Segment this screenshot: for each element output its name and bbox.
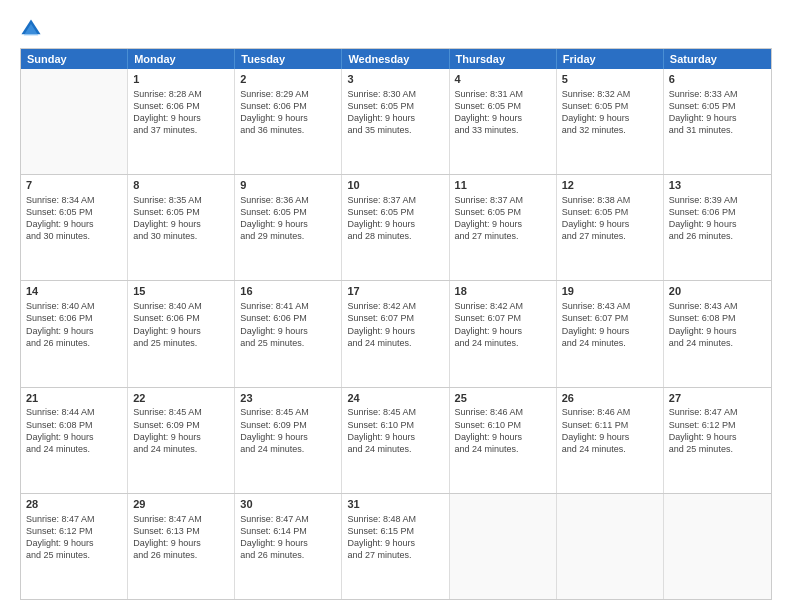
cell-line: and 26 minutes.: [240, 549, 336, 561]
cell-line: Sunrise: 8:39 AM: [669, 194, 766, 206]
calendar-week-1: 1Sunrise: 8:28 AMSunset: 6:06 PMDaylight…: [21, 69, 771, 174]
cell-line: Daylight: 9 hours: [240, 431, 336, 443]
cell-line: Sunrise: 8:37 AM: [455, 194, 551, 206]
cell-line: Sunrise: 8:43 AM: [669, 300, 766, 312]
calendar-cell: 14Sunrise: 8:40 AMSunset: 6:06 PMDayligh…: [21, 281, 128, 386]
cell-line: Sunset: 6:09 PM: [133, 419, 229, 431]
cell-line: Sunset: 6:13 PM: [133, 525, 229, 537]
cell-line: Daylight: 9 hours: [26, 431, 122, 443]
day-number: 19: [562, 284, 658, 299]
cell-line: Sunset: 6:10 PM: [347, 419, 443, 431]
day-number: 16: [240, 284, 336, 299]
cell-line: and 27 minutes.: [455, 230, 551, 242]
cell-line: Daylight: 9 hours: [455, 112, 551, 124]
cell-line: Daylight: 9 hours: [240, 112, 336, 124]
cell-line: Sunset: 6:05 PM: [347, 100, 443, 112]
cell-line: Sunset: 6:09 PM: [240, 419, 336, 431]
calendar-body: 1Sunrise: 8:28 AMSunset: 6:06 PMDaylight…: [21, 69, 771, 599]
cell-line: and 25 minutes.: [240, 337, 336, 349]
calendar-cell: 5Sunrise: 8:32 AMSunset: 6:05 PMDaylight…: [557, 69, 664, 174]
calendar-cell: 27Sunrise: 8:47 AMSunset: 6:12 PMDayligh…: [664, 388, 771, 493]
cell-line: Sunset: 6:15 PM: [347, 525, 443, 537]
day-number: 26: [562, 391, 658, 406]
cell-line: Daylight: 9 hours: [240, 325, 336, 337]
cell-line: Daylight: 9 hours: [26, 218, 122, 230]
cell-line: Sunset: 6:12 PM: [26, 525, 122, 537]
calendar-cell: 28Sunrise: 8:47 AMSunset: 6:12 PMDayligh…: [21, 494, 128, 599]
day-number: 8: [133, 178, 229, 193]
cell-line: and 24 minutes.: [669, 337, 766, 349]
calendar-week-2: 7Sunrise: 8:34 AMSunset: 6:05 PMDaylight…: [21, 174, 771, 280]
calendar-cell: 4Sunrise: 8:31 AMSunset: 6:05 PMDaylight…: [450, 69, 557, 174]
cell-line: Sunrise: 8:30 AM: [347, 88, 443, 100]
cell-line: Daylight: 9 hours: [347, 431, 443, 443]
cell-line: Sunrise: 8:46 AM: [562, 406, 658, 418]
day-number: 22: [133, 391, 229, 406]
cell-line: and 25 minutes.: [669, 443, 766, 455]
calendar-cell: [450, 494, 557, 599]
calendar-cell: 20Sunrise: 8:43 AMSunset: 6:08 PMDayligh…: [664, 281, 771, 386]
calendar-week-4: 21Sunrise: 8:44 AMSunset: 6:08 PMDayligh…: [21, 387, 771, 493]
calendar-cell: 16Sunrise: 8:41 AMSunset: 6:06 PMDayligh…: [235, 281, 342, 386]
cell-line: and 28 minutes.: [347, 230, 443, 242]
cell-line: Sunset: 6:08 PM: [669, 312, 766, 324]
cell-line: Daylight: 9 hours: [133, 218, 229, 230]
cell-line: and 24 minutes.: [562, 443, 658, 455]
logo: [20, 20, 45, 40]
calendar-cell: 2Sunrise: 8:29 AMSunset: 6:06 PMDaylight…: [235, 69, 342, 174]
cell-line: Sunrise: 8:44 AM: [26, 406, 122, 418]
cell-line: Daylight: 9 hours: [133, 112, 229, 124]
day-number: 3: [347, 72, 443, 87]
calendar: SundayMondayTuesdayWednesdayThursdayFrid…: [20, 48, 772, 600]
cell-line: and 24 minutes.: [347, 443, 443, 455]
cell-line: Sunset: 6:10 PM: [455, 419, 551, 431]
header-day-sunday: Sunday: [21, 49, 128, 69]
calendar-cell: [557, 494, 664, 599]
day-number: 21: [26, 391, 122, 406]
cell-line: Daylight: 9 hours: [347, 218, 443, 230]
cell-line: and 29 minutes.: [240, 230, 336, 242]
cell-line: Daylight: 9 hours: [347, 112, 443, 124]
calendar-cell: 31Sunrise: 8:48 AMSunset: 6:15 PMDayligh…: [342, 494, 449, 599]
cell-line: and 25 minutes.: [26, 549, 122, 561]
cell-line: Sunrise: 8:31 AM: [455, 88, 551, 100]
cell-line: Sunset: 6:07 PM: [562, 312, 658, 324]
day-number: 4: [455, 72, 551, 87]
cell-line: Daylight: 9 hours: [669, 325, 766, 337]
cell-line: and 24 minutes.: [455, 337, 551, 349]
cell-line: Sunset: 6:05 PM: [455, 100, 551, 112]
calendar-cell: 12Sunrise: 8:38 AMSunset: 6:05 PMDayligh…: [557, 175, 664, 280]
cell-line: Sunrise: 8:28 AM: [133, 88, 229, 100]
cell-line: Daylight: 9 hours: [240, 537, 336, 549]
day-number: 11: [455, 178, 551, 193]
calendar-cell: 6Sunrise: 8:33 AMSunset: 6:05 PMDaylight…: [664, 69, 771, 174]
cell-line: Sunrise: 8:35 AM: [133, 194, 229, 206]
cell-line: Sunset: 6:08 PM: [26, 419, 122, 431]
header-day-monday: Monday: [128, 49, 235, 69]
cell-line: and 26 minutes.: [26, 337, 122, 349]
cell-line: Sunset: 6:05 PM: [669, 100, 766, 112]
cell-line: Sunset: 6:06 PM: [240, 100, 336, 112]
cell-line: and 24 minutes.: [562, 337, 658, 349]
cell-line: Sunrise: 8:47 AM: [26, 513, 122, 525]
header-day-saturday: Saturday: [664, 49, 771, 69]
cell-line: Daylight: 9 hours: [669, 218, 766, 230]
day-number: 20: [669, 284, 766, 299]
cell-line: Sunset: 6:05 PM: [26, 206, 122, 218]
cell-line: and 27 minutes.: [347, 549, 443, 561]
cell-line: Sunset: 6:14 PM: [240, 525, 336, 537]
cell-line: Sunrise: 8:40 AM: [26, 300, 122, 312]
cell-line: Sunset: 6:06 PM: [133, 100, 229, 112]
cell-line: and 32 minutes.: [562, 124, 658, 136]
day-number: 31: [347, 497, 443, 512]
day-number: 17: [347, 284, 443, 299]
cell-line: Daylight: 9 hours: [562, 112, 658, 124]
cell-line: Daylight: 9 hours: [455, 325, 551, 337]
calendar-cell: 3Sunrise: 8:30 AMSunset: 6:05 PMDaylight…: [342, 69, 449, 174]
cell-line: Sunrise: 8:42 AM: [347, 300, 443, 312]
cell-line: and 30 minutes.: [133, 230, 229, 242]
cell-line: Sunrise: 8:48 AM: [347, 513, 443, 525]
cell-line: Sunset: 6:07 PM: [347, 312, 443, 324]
cell-line: Sunrise: 8:38 AM: [562, 194, 658, 206]
cell-line: Sunset: 6:12 PM: [669, 419, 766, 431]
